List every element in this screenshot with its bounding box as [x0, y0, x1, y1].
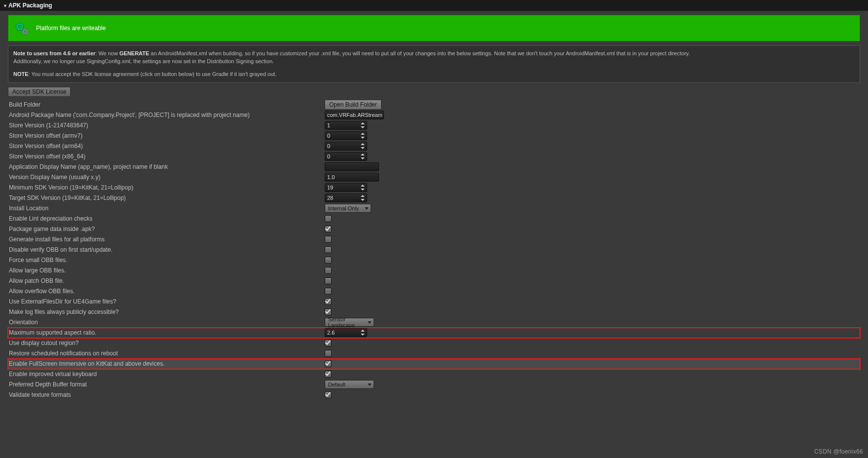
- label-allow-patch-obb: Allow patch OBB file.: [9, 277, 325, 284]
- allow-large-obb-checkbox[interactable]: [325, 267, 332, 274]
- validate-tex-checkbox[interactable]: [325, 391, 332, 398]
- section-title: APK Packaging: [8, 2, 52, 9]
- label-cutout: Use display cutout region?: [9, 340, 325, 346]
- note-strong-2: NOTE: [13, 71, 29, 77]
- note-strong-1: Note to users from 4.6 or earlier: [13, 50, 95, 56]
- depth-buf-select[interactable]: Default: [325, 380, 374, 389]
- open-build-folder-button[interactable]: Open Build Folder: [325, 100, 381, 110]
- label-restore-notif: Restore scheduled notifications on reboo…: [9, 350, 325, 357]
- pkg-name-field[interactable]: com.VRFab.ARStream: [325, 111, 384, 119]
- spinner-icon[interactable]: [359, 330, 365, 336]
- label-fullscreen: Enable FullScreen Immersive on KitKat an…: [9, 360, 325, 367]
- label-store-ver: Store Version (1-2147483647): [9, 122, 325, 129]
- label-lint: Enable Lint depreciation checks: [9, 215, 325, 222]
- label-max-aspect: Maximum supported aspect ratio.: [9, 329, 325, 336]
- label-build-folder: Build Folder: [9, 101, 325, 108]
- svg-point-3: [24, 31, 26, 33]
- store-off-arm64-field[interactable]: 0: [325, 142, 367, 151]
- label-improved-kb: Enable improved virtual keyboard: [9, 371, 325, 378]
- spinner-icon[interactable]: [359, 133, 365, 139]
- label-store-off-x8664: Store Version offset (x86_64): [9, 153, 325, 160]
- spinner-icon[interactable]: [359, 185, 365, 191]
- label-depth-buf: Preferred Depth Buffer format: [9, 381, 325, 388]
- restore-notif-checkbox[interactable]: [325, 350, 332, 357]
- label-orientation: Orientation: [9, 319, 325, 326]
- cutout-checkbox[interactable]: [325, 340, 332, 346]
- label-validate-tex: Validate texture formats: [9, 391, 325, 398]
- gen-install-checkbox[interactable]: [325, 236, 332, 243]
- label-ext-files: Use ExternalFilesDir for UE4Game files?: [9, 298, 325, 305]
- allow-patch-obb-checkbox[interactable]: [325, 277, 332, 284]
- orientation-select[interactable]: Sensor Landscape: [325, 318, 374, 327]
- label-gen-install: Generate install files for all platforms: [9, 236, 325, 243]
- spinner-icon[interactable]: [359, 153, 365, 159]
- label-min-sdk: Minimum SDK Version (19=KitKat, 21=Lolli…: [9, 184, 325, 191]
- section-body: Platform files are writeable Note to use…: [0, 11, 868, 406]
- improved-kb-checkbox[interactable]: [325, 371, 332, 378]
- label-pkg-name: Android Package Name ('com.Company.Proje…: [9, 112, 325, 118]
- max-aspect-field[interactable]: 2.6: [325, 328, 367, 337]
- label-force-small-obb: Force small OBB files.: [9, 257, 325, 264]
- svg-point-1: [18, 25, 21, 28]
- log-public-checkbox[interactable]: [325, 308, 332, 315]
- label-pack-apk: Package game data inside .apk?: [9, 226, 325, 232]
- collapse-icon: ▾: [4, 3, 6, 8]
- spinner-icon[interactable]: [359, 195, 365, 201]
- label-target-sdk: Target SDK Version (19=KitKat, 21=Lollip…: [9, 194, 325, 201]
- app-display-field[interactable]: [325, 162, 379, 171]
- min-sdk-field[interactable]: 19: [325, 183, 367, 192]
- disable-obb-checkbox[interactable]: [325, 246, 332, 253]
- status-banner: Platform files are writeable: [8, 15, 860, 41]
- store-off-x8664-field[interactable]: 0: [325, 152, 367, 161]
- banner-text: Platform files are writeable: [36, 25, 106, 32]
- fullscreen-checkbox[interactable]: [325, 360, 332, 367]
- label-allow-large-obb: Allow large OBB files.: [9, 267, 325, 274]
- target-sdk-field[interactable]: 28: [325, 193, 367, 202]
- note-box: Note to users from 4.6 or earlier: We no…: [8, 45, 860, 83]
- allow-overflow-obb-checkbox[interactable]: [325, 288, 332, 295]
- store-off-armv7-field[interactable]: 0: [325, 131, 367, 140]
- label-ver-display: Version Display Name (usually x.y): [9, 174, 325, 181]
- chevron-down-icon: [365, 207, 369, 210]
- pack-apk-checkbox[interactable]: [325, 226, 332, 232]
- lint-checkbox[interactable]: [325, 215, 332, 222]
- gears-icon: [13, 19, 31, 37]
- label-allow-overflow-obb: Allow overflow OBB files.: [9, 288, 325, 295]
- force-small-obb-checkbox[interactable]: [325, 257, 332, 264]
- label-store-off-armv7: Store Version offset (armv7): [9, 132, 325, 139]
- section-header[interactable]: ▾ APK Packaging: [0, 0, 868, 11]
- chevron-down-icon: [368, 383, 372, 386]
- label-store-off-arm64: Store Version offset (arm64): [9, 143, 325, 150]
- spinner-icon[interactable]: [359, 143, 365, 149]
- install-loc-select[interactable]: Internal Only: [325, 204, 371, 213]
- accept-sdk-button[interactable]: Accept SDK License: [8, 87, 71, 97]
- chevron-down-icon: [368, 321, 372, 324]
- ext-files-checkbox[interactable]: [325, 298, 332, 305]
- label-install-loc: Install Location: [9, 205, 325, 212]
- store-ver-field[interactable]: 1: [325, 121, 367, 130]
- label-log-public: Make log files always publicly accessibl…: [9, 308, 325, 315]
- label-app-display: Application Display Name (app_name), pro…: [9, 163, 325, 170]
- label-disable-obb: Disable verify OBB on first start/update…: [9, 246, 325, 253]
- ver-display-field[interactable]: 1.0: [325, 173, 379, 182]
- spinner-icon[interactable]: [359, 122, 365, 128]
